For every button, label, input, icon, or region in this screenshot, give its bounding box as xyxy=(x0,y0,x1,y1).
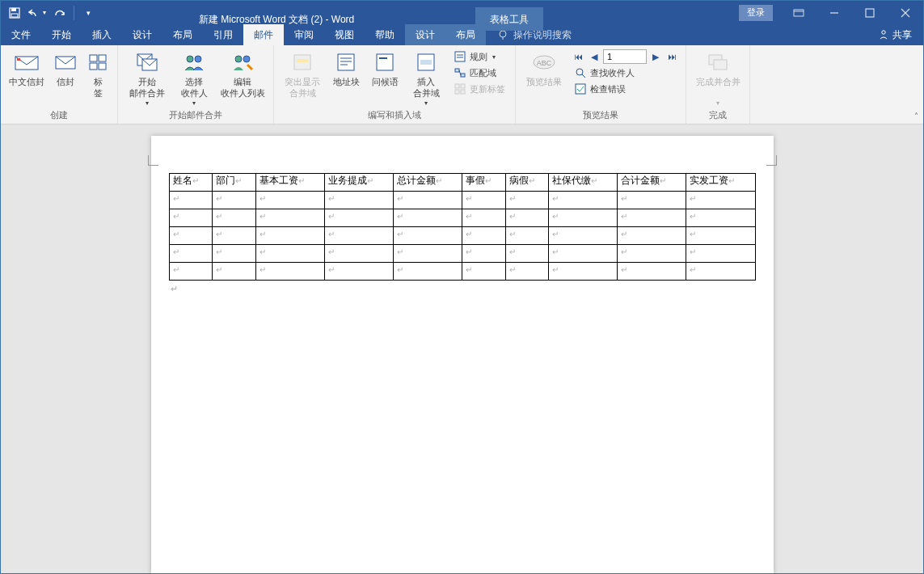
table-header-cell[interactable]: 总计金额↵ xyxy=(393,174,462,192)
table-cell[interactable]: ↵ xyxy=(462,227,505,245)
table-cell[interactable]: ↵ xyxy=(393,209,462,227)
table-header-cell[interactable]: 实发工资↵ xyxy=(686,174,755,192)
qat-customize[interactable]: ▾ xyxy=(79,4,97,22)
table-cell[interactable]: ↵ xyxy=(618,227,686,245)
salary-table[interactable]: 姓名↵部门↵基本工资↵业务提成↵总计金额↵事假↵病假↵社保代缴↵合计金额↵实发工… xyxy=(169,173,756,281)
table-cell[interactable]: ↵ xyxy=(169,263,213,281)
tab-home[interactable]: 开始 xyxy=(41,24,82,45)
table-header-cell[interactable]: 病假↵ xyxy=(505,174,549,192)
last-record-icon[interactable]: ⏭ xyxy=(665,49,679,64)
table-cell[interactable]: ↵ xyxy=(618,263,686,281)
table-cell[interactable]: ↵ xyxy=(169,209,213,227)
table-cell[interactable]: ↵ xyxy=(255,263,324,281)
redo-button[interactable] xyxy=(51,4,69,22)
table-cell[interactable]: ↵ xyxy=(324,209,393,227)
table-cell[interactable]: ↵ xyxy=(505,227,549,245)
table-cell[interactable]: ↵ xyxy=(255,245,324,263)
ribbon-display-icon[interactable] xyxy=(781,1,816,24)
table-cell[interactable]: ↵ xyxy=(686,227,755,245)
tab-references[interactable]: 引用 xyxy=(203,24,243,45)
table-cell[interactable]: ↵ xyxy=(324,245,393,263)
table-cell[interactable]: ↵ xyxy=(324,227,393,245)
table-header-cell[interactable]: 姓名↵ xyxy=(169,174,213,192)
table-row[interactable]: ↵↵↵↵↵↵↵↵↵↵ xyxy=(169,227,755,245)
table-cell[interactable]: ↵ xyxy=(549,245,618,263)
table-cell[interactable]: ↵ xyxy=(255,209,324,227)
table-cell[interactable]: ↵ xyxy=(213,263,256,281)
cn-envelope-button[interactable]: 中文信封 xyxy=(7,48,46,99)
table-cell[interactable]: ↵ xyxy=(255,192,324,209)
prev-record-icon[interactable]: ◀ xyxy=(587,49,601,64)
edit-recipients-button[interactable]: 编辑 收件人列表 xyxy=(218,48,267,99)
tab-design[interactable]: 设计 xyxy=(122,24,162,45)
table-cell[interactable]: ↵ xyxy=(169,192,213,209)
table-cell[interactable]: ↵ xyxy=(549,227,618,245)
table-cell[interactable]: ↵ xyxy=(549,209,618,227)
table-header-cell[interactable]: 合计金额↵ xyxy=(618,174,686,192)
table-header-cell[interactable]: 社保代缴↵ xyxy=(549,174,618,192)
table-header-row[interactable]: 姓名↵部门↵基本工资↵业务提成↵总计金额↵事假↵病假↵社保代缴↵合计金额↵实发工… xyxy=(169,174,755,192)
first-record-icon[interactable]: ⏮ xyxy=(571,49,585,64)
table-cell[interactable]: ↵ xyxy=(324,263,393,281)
table-header-cell[interactable]: 部门↵ xyxy=(213,174,256,192)
table-cell[interactable]: ↵ xyxy=(213,245,256,263)
match-fields-button[interactable]: 匹配域 xyxy=(450,65,508,80)
table-cell[interactable]: ↵ xyxy=(393,245,462,263)
save-button[interactable] xyxy=(6,4,23,22)
table-header-cell[interactable]: 业务提成↵ xyxy=(324,174,393,192)
greeting-line-button[interactable]: 问候语 xyxy=(368,48,402,99)
table-cell[interactable]: ↵ xyxy=(255,227,324,245)
tab-file[interactable]: 文件 xyxy=(1,24,41,45)
table-row[interactable]: ↵↵↵↵↵↵↵↵↵↵ xyxy=(169,192,755,209)
table-cell[interactable]: ↵ xyxy=(213,192,256,209)
table-cell[interactable]: ↵ xyxy=(505,245,549,263)
table-cell[interactable]: ↵ xyxy=(169,227,213,245)
select-recipients-button[interactable]: 选择 收件人 ▾ xyxy=(175,48,213,108)
address-block-button[interactable]: 地址块 xyxy=(329,48,363,99)
table-cell[interactable]: ↵ xyxy=(686,209,755,227)
collapse-ribbon-icon[interactable]: ˄ xyxy=(914,112,918,120)
find-recipient-button[interactable]: 查找收件人 xyxy=(571,65,679,80)
tab-table-design[interactable]: 设计 xyxy=(405,24,445,45)
table-cell[interactable]: ↵ xyxy=(393,227,462,245)
share-button[interactable]: 共享 xyxy=(867,24,923,45)
close-icon[interactable] xyxy=(888,1,923,24)
record-number-input[interactable] xyxy=(603,49,647,64)
table-cell[interactable]: ↵ xyxy=(462,263,505,281)
table-cell[interactable]: ↵ xyxy=(462,192,505,209)
table-cell[interactable]: ↵ xyxy=(213,227,256,245)
next-record-icon[interactable]: ▶ xyxy=(648,49,663,64)
table-cell[interactable]: ↵ xyxy=(462,209,505,227)
table-cell[interactable]: ↵ xyxy=(324,192,393,209)
document-area[interactable]: 姓名↵部门↵基本工资↵业务提成↵总计金额↵事假↵病假↵社保代缴↵合计金额↵实发工… xyxy=(1,125,923,573)
preview-results-button[interactable]: ABC 预览结果 xyxy=(522,48,566,99)
tab-review[interactable]: 审阅 xyxy=(284,24,324,45)
table-row[interactable]: ↵↵↵↵↵↵↵↵↵↵ xyxy=(169,209,755,227)
table-cell[interactable]: ↵ xyxy=(686,245,755,263)
undo-button[interactable]: ▾ xyxy=(28,4,46,22)
table-cell[interactable]: ↵ xyxy=(618,209,686,227)
table-cell[interactable]: ↵ xyxy=(686,192,755,209)
table-cell[interactable]: ↵ xyxy=(618,245,686,263)
labels-button[interactable]: 标 签 xyxy=(85,48,111,99)
tab-view[interactable]: 视图 xyxy=(324,24,365,45)
tab-insert[interactable]: 插入 xyxy=(82,24,122,45)
table-cell[interactable]: ↵ xyxy=(549,192,618,209)
table-row[interactable]: ↵↵↵↵↵↵↵↵↵↵ xyxy=(169,245,755,263)
table-header-cell[interactable]: 事假↵ xyxy=(462,174,505,192)
table-row[interactable]: ↵↵↵↵↵↵↵↵↵↵ xyxy=(169,263,755,281)
finish-merge-button[interactable]: 完成并合并 ▾ xyxy=(693,48,743,108)
table-cell[interactable]: ↵ xyxy=(505,209,549,227)
maximize-icon[interactable] xyxy=(852,1,888,24)
table-cell[interactable]: ↵ xyxy=(393,263,462,281)
check-errors-button[interactable]: 检查错误 xyxy=(571,82,679,96)
table-cell[interactable]: ↵ xyxy=(505,263,549,281)
table-cell[interactable]: ↵ xyxy=(393,192,462,209)
tab-help[interactable]: 帮助 xyxy=(365,24,405,45)
table-cell[interactable]: ↵ xyxy=(618,192,686,209)
tab-layout[interactable]: 布局 xyxy=(162,24,203,45)
start-merge-button[interactable]: 开始 邮件合并 ▾ xyxy=(124,48,170,108)
tab-mailings[interactable]: 邮件 xyxy=(243,24,284,45)
table-cell[interactable]: ↵ xyxy=(213,209,256,227)
table-header-cell[interactable]: 基本工资↵ xyxy=(255,174,324,192)
